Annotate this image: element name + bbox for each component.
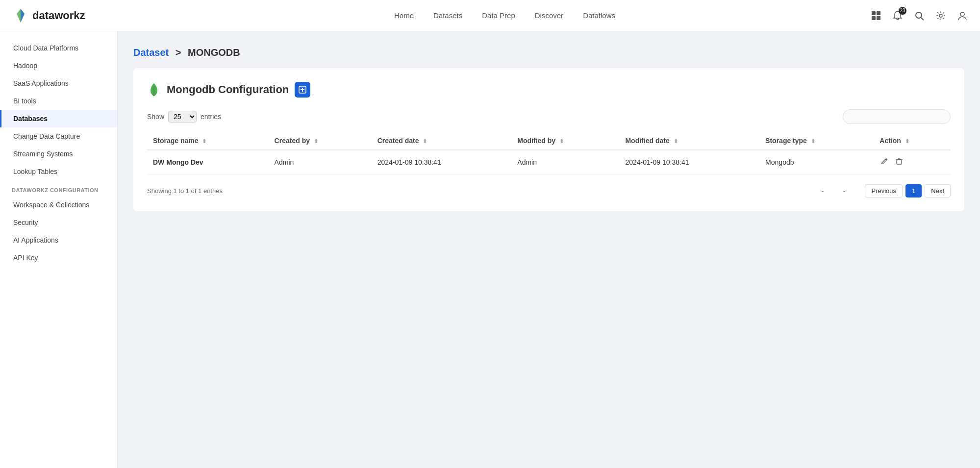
sidebar-item-databases[interactable]: Databases	[0, 110, 117, 127]
sidebar-item-lookup-tables[interactable]: Lookup Tables	[0, 163, 117, 180]
sort-icon-modified-by: ⬍	[559, 138, 564, 145]
nav-data-prep[interactable]: Data Prep	[482, 11, 515, 20]
sidebar: Cloud Data Platforms Hadoop SaaS Applica…	[0, 31, 118, 468]
nav-discover[interactable]: Discover	[535, 11, 563, 20]
sidebar-section-dataworkz-config: DATAWORKZ CONFIGURATION	[0, 180, 117, 196]
svg-line-11	[885, 159, 886, 160]
sort-icon-created-date: ⬍	[423, 138, 427, 145]
sidebar-item-saas-applications[interactable]: SaaS Applications	[0, 74, 117, 92]
config-card: Mongodb Configuration Show 25 10	[133, 68, 964, 211]
sidebar-item-bi-tools[interactable]: BI tools	[0, 92, 117, 110]
table-controls: Show 25 10 50 100 entries	[147, 109, 951, 124]
col-storage-name[interactable]: Storage name ⬍	[147, 132, 269, 150]
breadcrumb-link[interactable]: Dataset	[133, 47, 169, 58]
breadcrumb-current: MONGODB	[188, 47, 240, 58]
sidebar-item-security[interactable]: Security	[0, 214, 117, 231]
svg-line-5	[921, 18, 924, 20]
config-table: Storage name ⬍ Created by ⬍ Created date…	[147, 132, 951, 174]
cell-storage-name: DW Mongo Dev	[147, 150, 269, 174]
delete-button[interactable]	[894, 156, 904, 168]
show-entries-left: Show 25 10 50 100 entries	[147, 111, 221, 123]
pagination-controls: Previous 1 Next	[865, 184, 951, 197]
dash1: -	[822, 187, 824, 195]
search-icon[interactable]	[913, 10, 925, 22]
user-icon[interactable]	[956, 10, 968, 22]
svg-rect-12	[897, 160, 902, 164]
cell-modified-by: Admin	[511, 150, 619, 174]
action-buttons	[879, 156, 945, 168]
col-storage-type[interactable]: Storage type ⬍	[759, 132, 874, 150]
sidebar-item-hadoop[interactable]: Hadoop	[0, 57, 117, 74]
col-action[interactable]: Action ⬍	[874, 132, 951, 150]
svg-point-4	[916, 12, 922, 18]
entries-label: entries	[201, 113, 221, 121]
nav-home[interactable]: Home	[394, 11, 414, 20]
grid-icon[interactable]	[870, 10, 882, 22]
nav-datasets[interactable]: Datasets	[433, 11, 462, 20]
table-header: Storage name ⬍ Created by ⬍ Created date…	[147, 132, 951, 150]
entries-select[interactable]: 25 10 50 100	[168, 111, 197, 123]
col-created-date[interactable]: Created date ⬍	[372, 132, 512, 150]
cell-modified-date: 2024-01-09 10:38:41	[619, 150, 759, 174]
notification-icon[interactable]: 23	[892, 10, 904, 22]
sidebar-item-api-key[interactable]: API Key	[0, 249, 117, 267]
sort-icon-storage-type: ⬍	[811, 138, 815, 145]
sort-icon-action: ⬍	[905, 138, 909, 145]
showing-entries-text: Showing 1 to 1 of 1 entries	[147, 187, 223, 195]
nav-dataflows[interactable]: Dataflows	[583, 11, 615, 20]
svg-point-7	[960, 12, 964, 16]
svg-rect-2	[872, 16, 876, 20]
col-modified-date[interactable]: Modified date ⬍	[619, 132, 759, 150]
svg-rect-1	[877, 11, 880, 15]
sidebar-item-change-data-capture[interactable]: Change Data Capture	[0, 127, 117, 145]
breadcrumb: Dataset > MONGODB	[133, 47, 964, 58]
main-content: Dataset > MONGODB Mongodb Configuration	[118, 31, 980, 468]
svg-point-6	[939, 14, 942, 17]
logo: dataworkz	[12, 7, 110, 25]
pagination-row: Showing 1 to 1 of 1 entries - - Previous…	[147, 184, 951, 197]
sort-icon-created-by: ⬍	[314, 138, 318, 145]
cell-storage-type: Mongodb	[759, 150, 874, 174]
table-body: DW Mongo Dev Admin 2024-01-09 10:38:41 A…	[147, 150, 951, 174]
sidebar-item-ai-applications[interactable]: AI Applications	[0, 231, 117, 249]
col-modified-by[interactable]: Modified by ⬍	[511, 132, 619, 150]
cell-created-date: 2024-01-09 10:38:41	[372, 150, 512, 174]
svg-rect-3	[877, 16, 880, 20]
sort-icon-modified-date: ⬍	[674, 138, 678, 145]
app-layout: Cloud Data Platforms Hadoop SaaS Applica…	[0, 31, 980, 468]
main-nav: Home Datasets Data Prep Discover Dataflo…	[139, 11, 870, 20]
sidebar-item-cloud-data-platforms[interactable]: Cloud Data Platforms	[0, 39, 117, 57]
sidebar-item-streaming-systems[interactable]: Streaming Systems	[0, 145, 117, 163]
sort-icon-storage-name: ⬍	[202, 138, 206, 145]
svg-rect-0	[872, 11, 876, 15]
cell-action	[874, 150, 951, 174]
cell-created-by: Admin	[269, 150, 372, 174]
col-created-by[interactable]: Created by ⬍	[269, 132, 372, 150]
notification-badge: 23	[899, 7, 906, 15]
next-button[interactable]: Next	[925, 184, 951, 197]
show-label: Show	[147, 113, 164, 121]
dash2: -	[843, 187, 845, 195]
settings-icon[interactable]	[935, 10, 947, 22]
top-navigation: dataworkz Home Datasets Data Prep Discov…	[0, 0, 980, 31]
previous-button[interactable]: Previous	[865, 184, 903, 197]
sidebar-item-workspace-collections[interactable]: Workspace & Collections	[0, 196, 117, 214]
edit-button[interactable]	[879, 156, 889, 168]
card-header: Mongodb Configuration	[147, 82, 951, 98]
add-config-button[interactable]	[295, 82, 310, 98]
table-row: DW Mongo Dev Admin 2024-01-09 10:38:41 A…	[147, 150, 951, 174]
search-input[interactable]	[843, 109, 951, 124]
nav-right-icons: 23	[870, 10, 968, 22]
breadcrumb-separator: >	[176, 47, 181, 58]
page-1-button[interactable]: 1	[905, 184, 922, 197]
card-title: Mongodb Configuration	[167, 83, 289, 96]
mongodb-leaf-icon	[147, 83, 161, 97]
